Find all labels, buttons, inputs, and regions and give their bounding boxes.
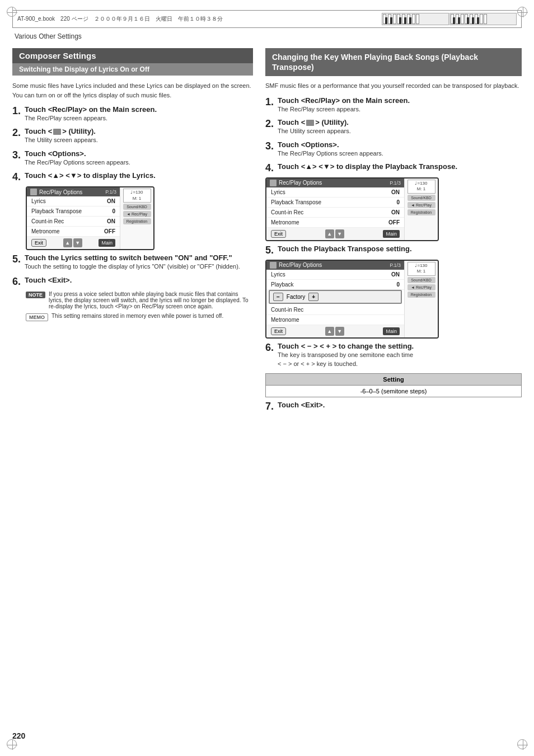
screen2-icon [270,180,277,186]
screen3-icon [270,262,277,269]
corner-mark-tr [517,7,527,17]
note-box: NOTE If you press a voice select button … [26,291,253,309]
r-step-2-desc: The Utility screen appears. [278,127,522,135]
right-step-5: 5. Touch the Playback Transpose setting. [265,245,522,255]
screen2-header: Rec/Play Options P.1/3 [266,179,404,187]
screen1-title: Rec/Play Options [39,189,82,195]
lyrics-subheading: Switching the Display of Lyrics On or Of… [12,63,253,76]
r-step-5-content: Touch the Playback Transpose setting. [278,245,522,253]
step-4-content: Touch <▲> <▼> to display the Lyrics. [25,171,253,180]
plus-btn[interactable]: + [308,293,318,301]
screen1-row-2: Playback Transpose 0 [27,206,120,217]
r-step-4-content: Touch <▲> <▼> to display the Playback Tr… [278,162,522,171]
memo-text: This setting remains stored in memory ev… [51,313,223,319]
page: AT-900_e.book 220 ページ ２０００年９月１６日 火曜日 午前１… [0,0,534,756]
r-step-2-content: Touch <> (Utility). The Utility screen a… [278,118,522,135]
step-1-title: Touch <Rec/Play> on the Main screen. [25,105,253,114]
step-3-content: Touch <Options>. The Rec/Play Options sc… [25,149,253,167]
right-heading: Changing the Key When Playing Back Songs… [265,48,522,76]
screen2-main[interactable]: Main [383,230,400,238]
screen3-arrows: ▲ ▼ [325,327,344,336]
page-subtitle: Various Other Settings [12,32,522,40]
r-step-num-1: 1. [265,97,278,107]
r-step-num-3: 3. [265,141,278,151]
screen3-title: Rec/Play Options [279,262,322,268]
step-1-desc: The Rec/Play screen appears. [25,114,253,123]
step-num-2: 2. [12,128,25,138]
screen2-side-sound[interactable]: Sound/KBD [407,195,435,201]
note-badge: NOTE [26,292,45,298]
screen3-side-reg[interactable]: Registration [407,292,435,298]
screen1-row-3: Count-in Rec ON [27,217,120,227]
screen1-label-4: Metronome [31,228,60,234]
screen1-up-arrow[interactable]: ▲ [63,238,72,247]
screen2-row-4: Metronome OFF [266,218,404,228]
screen1-exit[interactable]: Exit [31,239,46,247]
screen1-row-4: Metronome OFF [27,227,120,237]
left-step-2: 2. Touch <> (Utility). The Utility scree… [12,127,253,144]
screen1-icon [30,189,37,195]
screen1-row-1: Lyrics ON [27,196,120,206]
screen2-arrows: ▲ ▼ [325,229,344,238]
screen1-val-4: OFF [104,228,115,234]
screen2-down[interactable]: ▼ [335,229,344,238]
step-num-6: 6. [12,276,25,287]
r-step-6-desc: The key is transposed by one semitone ea… [278,351,522,359]
screen1-main[interactable]: Main [99,239,115,247]
screen1-side-reg[interactable]: Registration [123,218,151,224]
step-2-desc: The Utility screen appears. [25,136,253,144]
screen1-arrows: ▲ ▼ [63,238,82,247]
screen3-row-2: Playback 0 [266,280,404,290]
screen3-factory-area: Playback 0 − Factory + [266,280,404,304]
r-step-1-desc: The Rec/Play screen appears. [278,105,522,114]
minus-btn[interactable]: − [273,293,283,301]
step-5-desc: Touch the setting to toggle the display … [25,262,253,271]
screen3-side-sound[interactable]: Sound/KBD [407,277,435,283]
screen3-row-4: Metronome [266,315,404,325]
page-number: 220 [12,731,25,740]
screen2-row-3: Count-in Rec ON [266,208,404,218]
screen2-up[interactable]: ▲ [325,229,334,238]
left-step-4: 4. Touch <▲> <▼> to display the Lyrics. [12,171,253,182]
screen1-side-sound[interactable]: Sound/KBD [123,204,151,210]
r-step-num-5: 5. [265,245,278,255]
corner-mark-br [517,739,527,749]
screen1-val-2: 0 [112,208,115,214]
screen1-side-rec[interactable]: ◄ Rec/Play [123,211,151,217]
memo-badge: MEMO [26,313,48,321]
r-step-6-desc2: < − > or < + > key is touched. [278,360,522,368]
page-header: AT-900_e.book 220 ページ ２０００年９月１６日 火曜日 午前１… [12,10,522,28]
right-step-4: 4. Touch <▲> <▼> to display the Playback… [265,162,522,173]
screen-mockup-3: Rec/Play Options P.1/3 Lyrics ON Playbac… [265,260,439,339]
settings-table: Setting -6–0–5 (semitone steps) [265,373,522,397]
step-3-desc: The Rec/Play Options screen appears. [25,158,253,167]
screen3-header: Rec/Play Options P.1/3 [266,261,404,270]
screen3-main[interactable]: Main [383,327,400,335]
table-row-1: -6–0–5 (semitone steps) [266,385,522,397]
r-step-7-content: Touch <Exit>. [278,401,522,409]
step-4-title: Touch <▲> <▼> to display the Lyrics. [25,171,253,180]
r-step-1-title: Touch <Rec/Play> on the Main screen. [278,96,522,105]
screen1-down-arrow[interactable]: ▼ [73,238,82,247]
right-step-7: 7. Touch <Exit>. [265,401,522,411]
screen3-footer: Exit ▲ ▼ Main [266,325,404,337]
screen3-side-rec[interactable]: ◄ Rec/Play [407,284,435,290]
screen2-exit[interactable]: Exit [271,230,286,238]
screen2-side-rec[interactable]: ◄ Rec/Play [407,202,435,208]
screen2-title: Rec/Play Options [279,180,322,186]
screen2-page: P.1/3 [390,180,401,186]
screen3-up[interactable]: ▲ [325,327,334,336]
screen3-row-1: Lyrics ON [266,270,404,280]
screen3-down[interactable]: ▼ [335,327,344,336]
r-step-3-content: Touch <Options>. The Rec/Play Options sc… [278,140,522,158]
screen3-tempo: ♩=130M: 1 [407,262,435,276]
note-text: If you press a voice select button while… [49,291,253,309]
r-step-2-title: Touch <> (Utility). [278,118,522,126]
screen3-page: P.1/3 [390,262,401,268]
right-step-2: 2. Touch <> (Utility). The Utility scree… [265,118,522,135]
screen2-side-reg[interactable]: Registration [407,209,435,215]
r-step-6-title: Touch < − > < + > to change the setting. [278,342,522,350]
screen3-exit[interactable]: Exit [271,327,286,335]
screen1-header: Rec/Play Options P.1/3 [27,187,120,196]
r-step-7-title: Touch <Exit>. [278,401,522,409]
